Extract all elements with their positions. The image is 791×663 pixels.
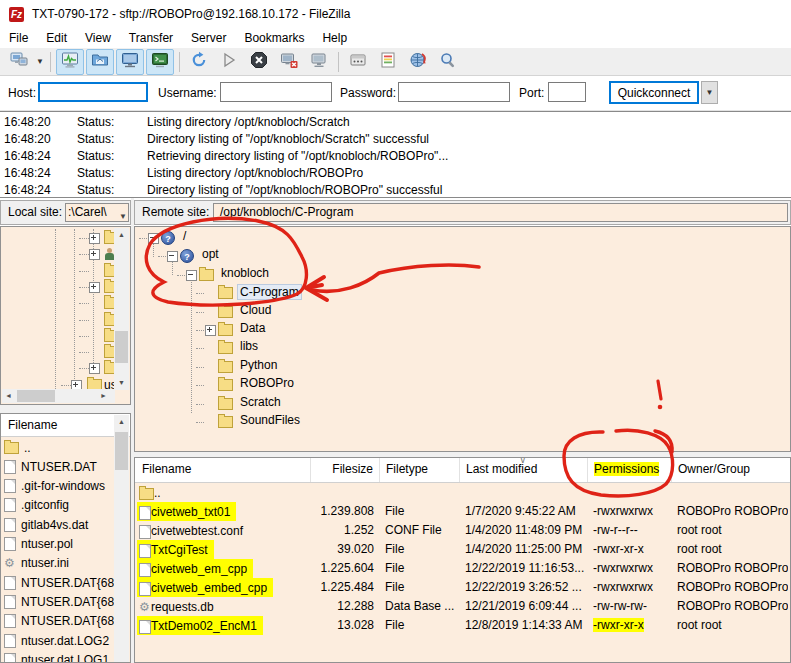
local-tree-item[interactable] — [1, 312, 115, 329]
expander-minus-icon[interactable] — [186, 270, 197, 281]
remote-tree-item-knobloch[interactable]: knobloch — [135, 266, 785, 283]
local-file-row[interactable]: .. — [4, 438, 110, 457]
remote-file-row[interactable]: civetweb_embed_cpp1.225.484File12/22/201… — [135, 578, 791, 597]
toggle-local-tree-button[interactable] — [86, 49, 114, 75]
remote-file-row[interactable]: civetwebtest.conf1.252CONF File1/4/2020 … — [135, 521, 791, 540]
expander-minus-icon[interactable] — [167, 251, 178, 262]
local-tree-item[interactable] — [1, 344, 115, 361]
remote-tree-item-robopro[interactable]: ROBOPro — [135, 376, 785, 393]
local-file-row[interactable]: NTUSER.DAT{682 — [4, 592, 110, 611]
remote-tree-item-[interactable]: ?/ — [135, 229, 785, 246]
menu-item-help[interactable]: Help — [313, 29, 356, 47]
local-tree-vscroll-thumb[interactable] — [115, 331, 128, 363]
local-tree-item[interactable] — [1, 295, 115, 312]
column-header-permissions[interactable]: Permissions — [594, 462, 668, 476]
column-separator[interactable] — [310, 458, 311, 482]
local-tree-item[interactable] — [1, 246, 115, 263]
local-filename-column-header[interactable]: Filename — [8, 418, 57, 432]
menu-item-transfer[interactable]: Transfer — [120, 29, 182, 47]
column-header-filesize[interactable]: Filesize — [317, 462, 373, 476]
cancel-button[interactable] — [245, 49, 273, 75]
expander-plus-icon[interactable] — [89, 282, 100, 293]
local-file-row[interactable]: .gitconfig — [4, 496, 110, 515]
local-list-vscroll-thumb[interactable] — [115, 432, 128, 470]
menu-item-edit[interactable]: Edit — [37, 29, 76, 47]
synchronized-browsing-button[interactable] — [404, 49, 432, 75]
remote-file-row[interactable]: ⚙requests.db12.288Data Base ...12/21/201… — [135, 597, 791, 616]
local-file-row[interactable]: gitlab4vs.dat — [4, 515, 110, 534]
site-manager-dropdown-button[interactable]: ▼ — [34, 50, 46, 74]
disconnect-button[interactable] — [275, 49, 303, 75]
remote-site-path-field[interactable]: /opt/knobloch/C-Program — [213, 203, 788, 222]
menu-item-view[interactable]: View — [76, 29, 120, 47]
find-files-button[interactable] — [434, 49, 462, 75]
remote-tree-item-opt[interactable]: ?opt — [135, 247, 785, 264]
local-tree-vscrollbar[interactable] — [114, 228, 129, 390]
quickconnect-button[interactable]: Quickconnect — [609, 81, 699, 104]
column-header-ownergroup[interactable]: Owner/Group — [678, 462, 787, 476]
chevron-down-icon[interactable]: ▼ — [119, 208, 127, 222]
expander-minus-icon[interactable] — [148, 233, 159, 244]
password-input[interactable] — [398, 82, 510, 102]
toggle-transfer-queue-button[interactable] — [146, 49, 174, 75]
menu-item-server[interactable]: Server — [182, 29, 235, 47]
filename-filters-button[interactable] — [344, 49, 372, 75]
local-file-row[interactable]: ntuser.dat.LOG1 — [4, 650, 110, 663]
remote-tree-item-soundfiles[interactable]: SoundFiles — [135, 413, 785, 430]
column-separator[interactable] — [671, 458, 672, 482]
remote-file-row[interactable]: civetweb_em_cpp1.225.604File12/22/2019 1… — [135, 559, 791, 578]
local-tree-item[interactable] — [1, 230, 115, 247]
remote-file-row[interactable]: .. — [135, 483, 791, 502]
host-input[interactable] — [38, 82, 148, 102]
expander-plus-icon[interactable] — [205, 325, 216, 336]
refresh-button[interactable] — [185, 49, 213, 75]
remote-tree-item-data[interactable]: Data — [135, 321, 785, 338]
column-separator[interactable] — [379, 458, 380, 482]
toggle-remote-tree-button[interactable] — [116, 49, 144, 75]
local-file-row[interactable]: ntuser.dat.LOG2 — [4, 631, 110, 650]
remote-tree-item-libs[interactable]: libs — [135, 339, 785, 356]
expander-plus-icon[interactable] — [89, 363, 100, 374]
username-input[interactable] — [220, 82, 332, 102]
remote-file-row[interactable]: TxtDemo02_EncM113.028File12/8/2019 1:14:… — [135, 616, 791, 635]
menu-item-file[interactable]: File — [0, 29, 37, 47]
port-input[interactable] — [548, 82, 586, 102]
remote-tree-item-cprogram[interactable]: C-Program — [135, 284, 785, 301]
site-manager-button[interactable] — [5, 49, 33, 75]
local-tree-item[interactable] — [1, 360, 115, 377]
toggle-message-log-button[interactable] — [56, 49, 84, 75]
reconnect-button[interactable] — [305, 49, 333, 75]
directory-comparison-button[interactable] — [374, 49, 402, 75]
process-queue-button[interactable] — [215, 49, 243, 75]
column-header-filetype[interactable]: Filetype — [386, 462, 455, 476]
remote-tree-item-scratch[interactable]: Scratch — [135, 395, 785, 412]
column-separator[interactable] — [459, 458, 460, 482]
expander-plus-icon[interactable] — [89, 233, 100, 244]
local-tree-hscroll-thumb[interactable] — [17, 390, 55, 402]
local-file-row[interactable]: NTUSER.DAT{682 — [4, 573, 110, 592]
remote-tree-item-python[interactable]: Python — [135, 358, 785, 375]
scroll-up-arrow-icon[interactable]: ▲ — [114, 415, 129, 429]
scroll-up-arrow-icon[interactable]: ▲ — [114, 228, 129, 242]
column-header-filename[interactable]: Filename — [142, 462, 307, 476]
local-site-combobox[interactable]: :\Carel\ ▼ — [65, 203, 129, 222]
local-tree-item[interactable] — [1, 328, 115, 345]
remote-file-row[interactable]: civetweb_txt011.239.808File1/7/2020 9:45… — [135, 502, 791, 521]
quickconnect-dropdown-button[interactable]: ▼ — [701, 81, 718, 104]
menu-item-bookmarks[interactable]: Bookmarks — [235, 29, 313, 47]
remote-file-row[interactable]: TxtCgiTest39.020File1/4/2020 11:25:00 PM… — [135, 540, 791, 559]
scroll-down-arrow-icon[interactable]: ▼ — [114, 376, 129, 390]
local-file-row[interactable]: NTUSER.DAT{682 — [4, 612, 110, 631]
local-file-row[interactable]: ntuser.pol — [4, 535, 110, 554]
column-separator[interactable] — [587, 458, 588, 482]
expander-plus-icon[interactable] — [89, 249, 100, 260]
local-tree-item[interactable] — [1, 279, 115, 296]
local-file-row[interactable]: .git-for-windows — [4, 477, 110, 496]
local-file-row[interactable]: NTUSER.DAT — [4, 457, 110, 476]
scroll-left-arrow-icon[interactable]: ◄ — [2, 389, 15, 403]
remote-tree-item-cloud[interactable]: Cloud — [135, 303, 785, 320]
local-tree-item[interactable] — [1, 263, 115, 280]
local-file-row[interactable]: ⚙ntuser.ini — [4, 554, 110, 573]
scroll-right-arrow-icon[interactable]: ► — [97, 389, 110, 403]
local-horizontal-splitter[interactable] — [0, 405, 131, 413]
